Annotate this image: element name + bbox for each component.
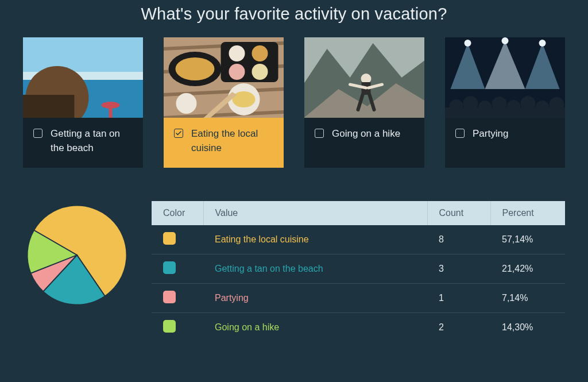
poll-question: What's your favorite activity on vacatio… <box>23 5 565 24</box>
option-checkbox[interactable] <box>315 129 324 138</box>
table-row: Going on a hike214,30% <box>152 313 565 342</box>
row-count: 2 <box>427 313 490 342</box>
svg-rect-47 <box>445 107 565 118</box>
row-count: 3 <box>427 254 490 284</box>
table-row: Eating the local cuisine857,14% <box>152 225 565 254</box>
svg-point-37 <box>502 37 509 44</box>
row-color <box>152 284 203 313</box>
option-checkbox[interactable] <box>455 129 465 138</box>
row-percent: 21,42% <box>490 254 565 284</box>
color-swatch <box>163 261 176 274</box>
row-count: 8 <box>427 225 490 254</box>
row-color <box>152 254 203 284</box>
svg-point-16 <box>229 64 245 80</box>
check-icon <box>175 130 182 137</box>
row-value: Partying <box>203 284 427 313</box>
svg-point-14 <box>229 45 245 61</box>
th-count: Count <box>427 201 490 225</box>
table-row: Partying17,14% <box>152 284 565 313</box>
row-percent: 57,14% <box>490 225 565 254</box>
option-checkbox[interactable] <box>33 129 42 138</box>
color-swatch <box>163 232 176 245</box>
option-label: Eating the local cuisine <box>191 127 273 155</box>
th-percent: Percent <box>490 201 565 225</box>
th-value: Value <box>203 201 427 225</box>
option-checkbox[interactable] <box>174 129 183 138</box>
color-swatch <box>163 320 176 333</box>
pie-chart <box>23 201 131 309</box>
row-color <box>152 225 203 254</box>
option-label: Getting a tan on the beach <box>51 127 133 155</box>
color-swatch <box>163 291 176 303</box>
svg-point-36 <box>465 40 471 47</box>
option-image-beach <box>23 37 143 118</box>
svg-point-38 <box>539 40 546 47</box>
option-card-party[interactable]: Partying <box>445 37 565 168</box>
svg-point-15 <box>252 45 268 61</box>
svg-rect-13 <box>221 42 278 82</box>
option-image-food <box>164 37 284 118</box>
row-value: Eating the local cuisine <box>203 225 427 254</box>
svg-point-21 <box>233 91 256 107</box>
option-image-party <box>445 37 565 118</box>
results-table: Color Value Count Percent Eating the loc… <box>152 201 565 342</box>
th-color: Color <box>152 201 203 225</box>
option-cards: Getting a tan on the beach <box>23 37 565 168</box>
svg-point-22 <box>176 93 197 114</box>
option-label: Partying <box>473 127 508 141</box>
table-row: Getting a tan on the beach321,42% <box>152 254 565 284</box>
option-card-beach[interactable]: Getting a tan on the beach <box>23 37 143 168</box>
results-section: Color Value Count Percent Eating the loc… <box>23 201 565 342</box>
row-percent: 14,30% <box>490 313 565 342</box>
svg-point-19 <box>176 57 215 80</box>
option-image-hike <box>304 37 424 118</box>
row-color <box>152 313 203 342</box>
option-card-hike[interactable]: Going on a hike <box>304 37 424 168</box>
svg-point-17 <box>252 64 268 80</box>
row-percent: 7,14% <box>490 284 565 313</box>
row-count: 1 <box>427 284 490 313</box>
row-value: Getting a tan on the beach <box>203 254 427 284</box>
option-label: Going on a hike <box>332 127 400 141</box>
svg-point-6 <box>102 102 120 109</box>
svg-rect-4 <box>23 95 75 118</box>
option-card-food[interactable]: Eating the local cuisine <box>164 37 284 168</box>
row-value: Going on a hike <box>203 313 427 342</box>
